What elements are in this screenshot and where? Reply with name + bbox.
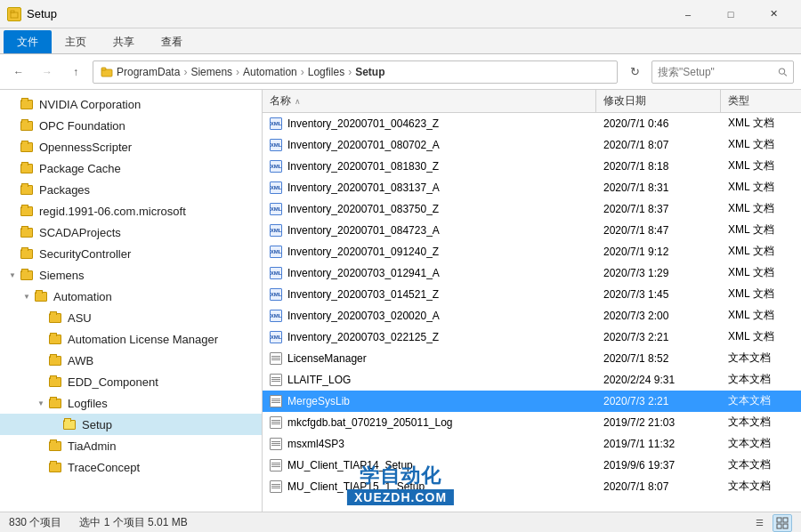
sidebar-label: NVIDIA Corporation — [39, 98, 141, 111]
file-name-cell: XML Inventory_20200701_083750_Z — [263, 203, 596, 215]
ribbon: 文件 主页 共享 查看 — [0, 28, 801, 54]
tab-share[interactable]: 共享 — [100, 30, 148, 53]
file-date: 2020/7/3 1:29 — [603, 267, 668, 279]
table-row[interactable]: XML Inventory_20200701_091240_Z 2020/7/1… — [263, 241, 801, 262]
table-row[interactable]: msxml4SP3 2019/7/1 11:32 文本文档 — [263, 433, 801, 455]
expand-icon — [36, 334, 46, 344]
minimize-button[interactable]: – — [668, 0, 708, 28]
sidebar-item-nvidia[interactable]: NVIDIA Corporation — [0, 93, 262, 115]
table-row[interactable]: LLAITF_LOG 2020/2/24 9:31 文本文档 — [263, 369, 801, 391]
table-row[interactable]: mkcfgdb.bat_070219_205011_Log 2019/7/2 2… — [263, 412, 801, 433]
sidebar-item-alm[interactable]: Automation License Manager — [0, 328, 262, 350]
file-date: 2020/7/1 8:52 — [603, 352, 668, 365]
file-name: Inventory_20200703_014521_Z — [287, 288, 439, 301]
file-type-cell: XML 文档 — [721, 244, 801, 259]
sidebar-item-setup[interactable]: Setup — [0, 414, 262, 435]
back-button[interactable]: ← — [7, 60, 30, 84]
sidebar-item-logfiles[interactable]: Logfiles — [0, 392, 262, 414]
col-header-type[interactable]: 类型 — [721, 90, 801, 112]
sidebar-item-automation[interactable]: Automation — [0, 286, 262, 307]
table-row[interactable]: XML Inventory_20200703_020020_A 2020/7/3… — [263, 305, 801, 326]
table-row[interactable]: XML Inventory_20200703_014521_Z 2020/7/3… — [263, 284, 801, 305]
sidebar-item-siemens[interactable]: Siemens — [0, 264, 262, 286]
table-row[interactable]: XML Inventory_20200701_004623_Z 2020/7/1… — [263, 113, 801, 134]
expand-icon — [36, 398, 46, 408]
sidebar-item-scada[interactable]: SCADAProjects — [0, 222, 262, 243]
sidebar-item-trace[interactable]: TraceConcept — [0, 456, 262, 478]
maximize-button[interactable]: □ — [710, 0, 751, 28]
svg-rect-0 — [11, 12, 18, 18]
txt-icon — [270, 395, 282, 407]
sidebar-item-packages[interactable]: Packages — [0, 179, 262, 200]
sidebar-label: Automation — [53, 290, 112, 303]
file-name-cell: XML Inventory_20200703_022125_Z — [263, 331, 596, 343]
file-date-cell: 2019/7/1 11:32 — [596, 438, 721, 450]
file-name: Inventory_20200703_020020_A — [287, 310, 440, 322]
table-row[interactable]: MU_Client_TIAP15_1_Setup 2020/7/1 8:07 文… — [263, 476, 801, 497]
address-path[interactable]: ProgramData › Siemens › Automation › Log… — [93, 60, 618, 84]
svg-line-5 — [784, 73, 787, 76]
expand-icon — [21, 291, 32, 302]
sidebar-item-awb[interactable]: AWB — [0, 350, 262, 371]
sidebar-item-asu[interactable]: ASU — [0, 307, 262, 328]
sidebar-item-openness[interactable]: OpennessScripter — [0, 136, 262, 157]
file-date: 2020/7/1 8:07 — [603, 480, 668, 493]
table-row[interactable]: LicenseManager 2020/7/1 8:52 文本文档 — [263, 348, 801, 369]
table-row[interactable]: XML Inventory_20200701_083137_A 2020/7/1… — [263, 177, 801, 198]
tab-home[interactable]: 主页 — [52, 30, 100, 53]
file-name: MU_Client_TIAP14_Setup — [287, 459, 413, 472]
sidebar-item-tiaadmin[interactable]: TiaAdmin — [0, 435, 262, 456]
table-row[interactable]: XML Inventory_20200701_084723_A 2020/7/1… — [263, 220, 801, 241]
xml-icon: XML — [270, 203, 282, 215]
file-date: 2020/7/1 8:07 — [603, 139, 668, 151]
table-row[interactable]: XML Inventory_20200703_012941_A 2020/7/3… — [263, 262, 801, 284]
file-type-cell: 文本文档 — [721, 372, 801, 387]
close-button[interactable]: ✕ — [753, 0, 794, 28]
file-date-cell: 2020/7/1 8:18 — [596, 160, 721, 173]
sidebar-item-security[interactable]: SecurityController — [0, 243, 262, 264]
file-name: mkcfgdb.bat_070219_205011_Log — [287, 416, 453, 429]
txt-icon — [270, 480, 282, 493]
table-row[interactable]: MergeSysLib 2020/7/3 2:21 文本文档 — [263, 391, 801, 412]
txt-icon — [270, 374, 282, 386]
file-name-cell: XML Inventory_20200703_012941_A — [263, 267, 596, 279]
table-row[interactable]: XML Inventory_20200701_081830_Z 2020/7/1… — [263, 156, 801, 177]
col-header-name[interactable]: 名称 ∧ — [263, 90, 596, 112]
table-row[interactable]: XML Inventory_20200701_083750_Z 2020/7/1… — [263, 198, 801, 220]
path-segment-setup[interactable]: Setup — [355, 66, 384, 78]
forward-button[interactable]: → — [36, 60, 59, 84]
tab-view[interactable]: 查看 — [148, 30, 196, 53]
xml-icon: XML — [270, 267, 282, 279]
up-button[interactable]: ↑ — [64, 60, 87, 84]
file-date: 2020/7/3 2:21 — [603, 395, 668, 407]
file-date-cell: 2020/7/1 8:07 — [596, 139, 721, 151]
path-segment-programdata[interactable]: ProgramData — [117, 66, 180, 78]
table-row[interactable]: XML Inventory_20200703_022125_Z 2020/7/3… — [263, 326, 801, 348]
tab-file[interactable]: 文件 — [4, 30, 52, 53]
sidebar-item-regid[interactable]: regid.1991-06.com.microsoft — [0, 200, 262, 222]
table-row[interactable]: MU_Client_TIAP14_Setup 2019/9/6 19:37 文本… — [263, 455, 801, 476]
sidebar-item-edd[interactable]: EDD_Component — [0, 371, 262, 392]
refresh-button[interactable]: ↻ — [623, 60, 646, 84]
table-row[interactable]: XML Inventory_20200701_080702_A 2020/7/1… — [263, 134, 801, 156]
search-box[interactable] — [651, 60, 794, 84]
file-date-cell: 2020/7/3 1:45 — [596, 288, 721, 301]
sidebar-label: SecurityController — [39, 247, 131, 261]
total-items: 830 个项目 — [9, 515, 61, 530]
sidebar-item-packagecache[interactable]: Package Cache — [0, 157, 262, 179]
expand-icon — [36, 462, 46, 472]
path-segment-automation[interactable]: Automation — [243, 66, 297, 78]
file-date: 2019/7/2 21:03 — [603, 416, 675, 429]
path-segment-siemens[interactable]: Siemens — [190, 66, 232, 78]
col-header-date[interactable]: 修改日期 — [596, 90, 721, 112]
view-list-button[interactable]: ☰ — [749, 514, 769, 532]
sidebar-item-opc[interactable]: OPC Foundation — [0, 115, 262, 136]
view-details-button[interactable] — [773, 514, 792, 532]
expand-icon — [7, 120, 18, 131]
file-type-cell: XML 文档 — [721, 265, 801, 280]
search-icon — [778, 67, 788, 77]
file-date: 2020/7/1 0:46 — [603, 117, 668, 130]
search-input[interactable] — [658, 66, 774, 78]
path-segment-logfiles[interactable]: Logfiles — [308, 66, 344, 78]
file-type: XML 文档 — [728, 137, 774, 152]
